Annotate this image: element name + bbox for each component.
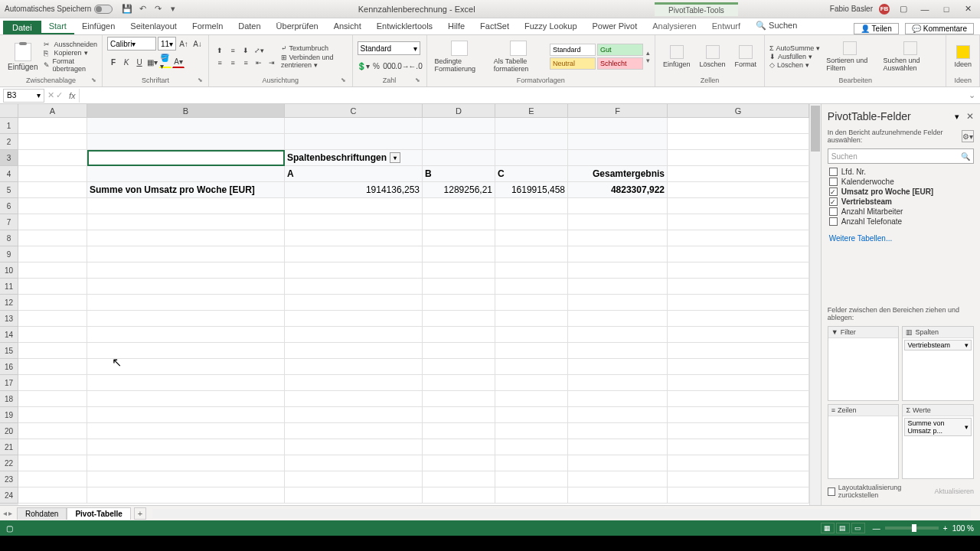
insert-cells-button[interactable]: Einfügen xyxy=(660,44,694,70)
cell[interactable] xyxy=(18,327,87,343)
cell[interactable] xyxy=(568,391,668,407)
dec-decimal-icon[interactable]: ←.0 xyxy=(410,60,422,72)
align-bottom-icon[interactable]: ⬇ xyxy=(240,45,252,56)
field-search-input[interactable]: Suchen🔍 xyxy=(828,148,974,164)
dialog-launcher-icon[interactable]: ⬊ xyxy=(90,77,97,84)
record-macro-icon[interactable]: ▢ xyxy=(6,524,13,533)
cell[interactable] xyxy=(568,471,668,487)
cell[interactable] xyxy=(285,455,423,471)
tab-start[interactable]: Start xyxy=(41,19,74,34)
cell[interactable] xyxy=(87,166,285,182)
fill-button[interactable]: ⬇ Ausfüllen ▾ xyxy=(769,53,820,60)
cell[interactable] xyxy=(495,214,568,230)
gear-icon[interactable]: ⚙▾ xyxy=(962,130,974,142)
cell[interactable] xyxy=(568,423,668,439)
cell[interactable] xyxy=(495,295,568,311)
row-header[interactable]: 21 xyxy=(0,439,18,455)
cell[interactable] xyxy=(285,471,423,487)
format-painter-button[interactable]: Format übertragen xyxy=(44,57,97,73)
percent-icon[interactable]: % xyxy=(371,60,383,72)
cell[interactable]: 1619915,458 xyxy=(495,182,568,198)
file-tab[interactable]: Datei xyxy=(3,21,41,34)
field-item[interactable]: Lfd. Nr. xyxy=(828,167,974,177)
dialog-launcher-icon[interactable]: ⬊ xyxy=(340,77,348,84)
cell[interactable] xyxy=(18,407,87,423)
delete-cells-button[interactable]: Löschen xyxy=(696,44,728,70)
inc-decimal-icon[interactable]: .0→ xyxy=(397,60,409,72)
field-checkbox[interactable] xyxy=(829,168,838,176)
cell[interactable] xyxy=(18,182,87,198)
cell[interactable] xyxy=(668,166,809,182)
align-middle-icon[interactable]: ≡ xyxy=(227,45,239,56)
increase-font-icon[interactable]: A↑ xyxy=(178,37,190,50)
tab-powerpivot[interactable]: Power Pivot xyxy=(585,19,645,34)
cell[interactable] xyxy=(423,359,495,375)
row-header[interactable]: 2 xyxy=(0,134,18,150)
col-header[interactable]: A xyxy=(18,104,87,118)
cell[interactable] xyxy=(87,150,285,166)
defer-checkbox[interactable] xyxy=(828,487,835,496)
cell[interactable]: 4823307,922 xyxy=(568,182,668,198)
cell[interactable] xyxy=(18,391,87,407)
cell[interactable] xyxy=(285,311,423,327)
cell[interactable] xyxy=(568,262,668,279)
zoom-level[interactable]: 100 % xyxy=(952,524,974,533)
close-icon[interactable]: ✕ xyxy=(960,2,975,16)
cell[interactable] xyxy=(668,118,809,134)
align-left-icon[interactable]: ≡ xyxy=(214,57,226,68)
cell[interactable] xyxy=(87,311,285,327)
cell[interactable] xyxy=(18,166,87,182)
cell[interactable] xyxy=(87,262,285,279)
cell[interactable] xyxy=(423,134,495,150)
cell[interactable] xyxy=(668,198,809,214)
pane-options-icon[interactable]: ▾ xyxy=(955,112,959,121)
field-item[interactable]: Vertriebsteam xyxy=(828,197,974,207)
indent-inc-icon[interactable]: ⇥ xyxy=(266,57,278,68)
field-checkbox[interactable] xyxy=(829,207,838,216)
values-zone[interactable]: Σ WerteSumme von Umsatz p...▾ xyxy=(902,404,974,479)
col-header[interactable]: E xyxy=(495,104,568,118)
cell[interactable] xyxy=(423,487,495,504)
zoom-in-icon[interactable]: + xyxy=(943,524,948,533)
row-header[interactable]: 22 xyxy=(0,455,18,471)
cell[interactable] xyxy=(568,327,668,343)
cell[interactable] xyxy=(568,359,668,375)
cell[interactable] xyxy=(568,439,668,455)
avatar[interactable]: FB xyxy=(879,4,890,15)
row-header[interactable]: 13 xyxy=(0,311,18,327)
cell[interactable] xyxy=(568,150,668,166)
spreadsheet-grid[interactable]: A B C D E F G 12345678910111213141516171… xyxy=(0,104,809,505)
tab-ueberpruefen[interactable]: Überprüfen xyxy=(269,19,326,34)
row-header[interactable]: 4 xyxy=(0,166,18,182)
cell[interactable] xyxy=(423,118,495,134)
cell[interactable] xyxy=(18,279,87,295)
row-header[interactable]: 23 xyxy=(0,471,18,487)
cell[interactable] xyxy=(668,359,809,375)
tab-entwurf[interactable]: Entwurf xyxy=(704,19,748,34)
formula-input[interactable] xyxy=(79,89,964,103)
cell[interactable] xyxy=(423,150,495,166)
cell[interactable] xyxy=(18,439,87,455)
tab-einfuegen[interactable]: Einfügen xyxy=(74,19,122,34)
row-header[interactable]: 7 xyxy=(0,214,18,230)
tab-ansicht[interactable]: Ansicht xyxy=(326,19,369,34)
cell[interactable] xyxy=(87,359,285,375)
cell[interactable] xyxy=(423,262,495,279)
field-checkbox[interactable] xyxy=(829,217,838,226)
cell[interactable] xyxy=(495,311,568,327)
page-break-icon[interactable]: ▭ xyxy=(851,523,865,533)
cell[interactable] xyxy=(87,230,285,246)
zone-item[interactable]: Summe von Umsatz p...▾ xyxy=(904,418,972,436)
cell[interactable] xyxy=(495,471,568,487)
cell[interactable] xyxy=(18,455,87,471)
cell[interactable] xyxy=(495,118,568,134)
row-header[interactable]: 11 xyxy=(0,279,18,295)
cell[interactable] xyxy=(495,230,568,246)
zoom-out-icon[interactable]: — xyxy=(873,524,880,533)
cell[interactable] xyxy=(495,150,568,166)
cell[interactable] xyxy=(423,230,495,246)
cell[interactable] xyxy=(423,279,495,295)
sheet-tab-pivot[interactable]: Pivot-Tabelle xyxy=(67,507,131,520)
field-checkbox[interactable] xyxy=(829,187,838,196)
expand-formula-icon[interactable]: ⌄ xyxy=(964,90,980,100)
